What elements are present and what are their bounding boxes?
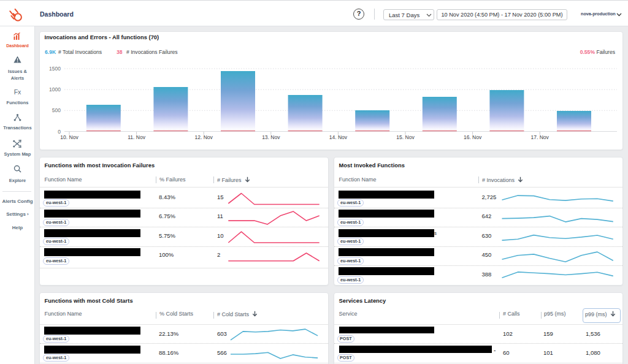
svg-text:12. Nov: 12. Nov bbox=[195, 134, 213, 140]
svg-text:11. Nov: 11. Nov bbox=[128, 134, 145, 140]
svg-text:1000: 1000 bbox=[49, 86, 61, 93]
svg-text:15. Nov: 15. Nov bbox=[396, 134, 415, 140]
svg-text:16. Nov: 16. Nov bbox=[464, 134, 482, 140]
svg-text:17. Nov: 17. Nov bbox=[531, 134, 550, 140]
svg-text:10. Nov: 10. Nov bbox=[60, 134, 78, 140]
svg-text:13. Nov: 13. Nov bbox=[262, 134, 280, 140]
svg-text:14. Nov: 14. Nov bbox=[329, 134, 348, 140]
svg-text:1500: 1500 bbox=[49, 66, 61, 72]
svg-text:500: 500 bbox=[52, 107, 61, 113]
